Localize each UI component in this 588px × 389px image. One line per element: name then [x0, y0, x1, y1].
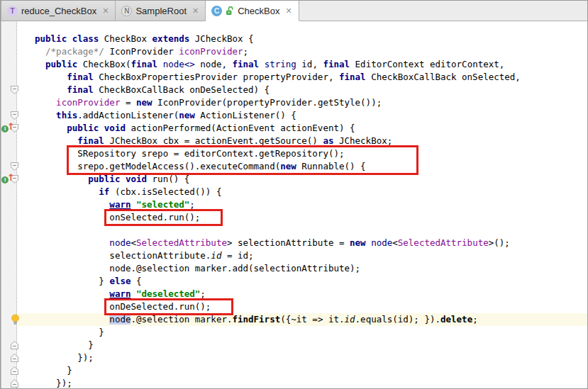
tab-checkbox[interactable]: C CheckBox ✕ [206, 1, 299, 21]
class-file-icon: C [211, 6, 222, 16]
close-icon[interactable]: ✕ [285, 7, 292, 15]
code-line-26[interactable]: }); [35, 351, 94, 364]
code-line-17[interactable]: node<SelectedAttribute> selectionAttribu… [35, 237, 510, 249]
tab-sampleroot[interactable]: N SampleRoot ✕ [116, 1, 206, 21]
fold-end-icon[interactable] [11, 366, 18, 375]
code-line-7[interactable]: this.addActionListener(new ActionListene… [35, 109, 296, 122]
fold-end-icon[interactable] [11, 354, 18, 362]
code-line-21[interactable]: warn "deselected"; [35, 288, 206, 300]
code-line-23[interactable]: node.@selection marker.findFirst({~it =>… [35, 313, 478, 326]
code-line-6[interactable]: iconProvider = new IconProvider(property… [35, 96, 382, 109]
fold-end-icon[interactable] [11, 341, 18, 349]
code-line-27[interactable]: } [35, 364, 72, 377]
code-line-9[interactable]: final JCheckBox cbx = actionEvent.getSou… [35, 135, 392, 147]
code-line-5[interactable]: final CheckBoxCallBack onDeSelected) { [35, 84, 270, 96]
code-editor[interactable]: public class CheckBox extends JCheckBox … [1, 21, 587, 388]
code-line-13[interactable]: if (cbx.isSelected()) { [35, 186, 221, 198]
code-line-25[interactable]: } [35, 339, 94, 351]
tab-label: reduce_CheckBox [21, 6, 96, 16]
code-line-18[interactable]: selectionAttribute.id = id; [35, 249, 254, 262]
code-line-11[interactable]: srepo.getModelAccess().executeCommand(ne… [35, 160, 366, 173]
node-file-icon: N [121, 6, 132, 16]
code-line-3[interactable]: public CheckBox(final node<> node, final… [35, 58, 504, 71]
tab-label: SampleRoot [135, 6, 187, 16]
code-line-4[interactable]: final CheckBoxPropertiesProvider propert… [35, 71, 521, 84]
intention-bulb-icon[interactable] [11, 314, 20, 328]
code-area[interactable]: public class CheckBox extends JCheckBox … [1, 21, 587, 388]
fold-collapse-icon[interactable] [11, 162, 18, 171]
code-line-8[interactable]: public void actionPerformed(ActionEvent … [35, 122, 355, 135]
code-line-12[interactable]: public void run() { [35, 173, 189, 186]
unlocked-padlock-icon [226, 6, 234, 16]
implementing-method-icon[interactable]: I↑ [1, 174, 13, 185]
code-line-24[interactable]: } [35, 326, 104, 339]
code-line-15[interactable]: onSelected.run(); [35, 211, 200, 224]
fold-collapse-icon[interactable] [11, 111, 18, 120]
implementing-method-icon[interactable]: I↑ [1, 123, 13, 134]
ide-window: T reduce_CheckBox ✕ N SampleRoot ✕ C Che… [0, 0, 588, 389]
code-line-22[interactable]: onDeSelected.run(); [35, 300, 211, 313]
fold-collapse-icon[interactable] [11, 86, 18, 94]
code-line-19[interactable]: node.@selection marker.add(selectionAttr… [35, 262, 360, 275]
close-icon[interactable]: ✕ [192, 7, 199, 15]
code-line-2[interactable]: /*package*/ IconProvider iconProvider; [35, 45, 248, 58]
code-line-10[interactable]: SRepository srepo = editorContext.getRep… [35, 147, 345, 160]
tab-reduce-checkbox[interactable]: T reduce_CheckBox ✕ [1, 1, 116, 21]
code-line-14[interactable]: warn "selected"; [35, 198, 195, 211]
code-line-28[interactable]: }); [35, 377, 72, 389]
fold-end-icon[interactable] [11, 379, 18, 388]
code-line-20[interactable]: } else { [35, 275, 142, 288]
code-line-1[interactable]: public class CheckBox extends JCheckBox … [35, 33, 254, 45]
tab-label: CheckBox [238, 6, 279, 16]
editor-tab-bar: T reduce_CheckBox ✕ N SampleRoot ✕ C Che… [1, 1, 587, 21]
transformation-file-icon: T [7, 6, 18, 16]
close-icon[interactable]: ✕ [102, 7, 109, 15]
